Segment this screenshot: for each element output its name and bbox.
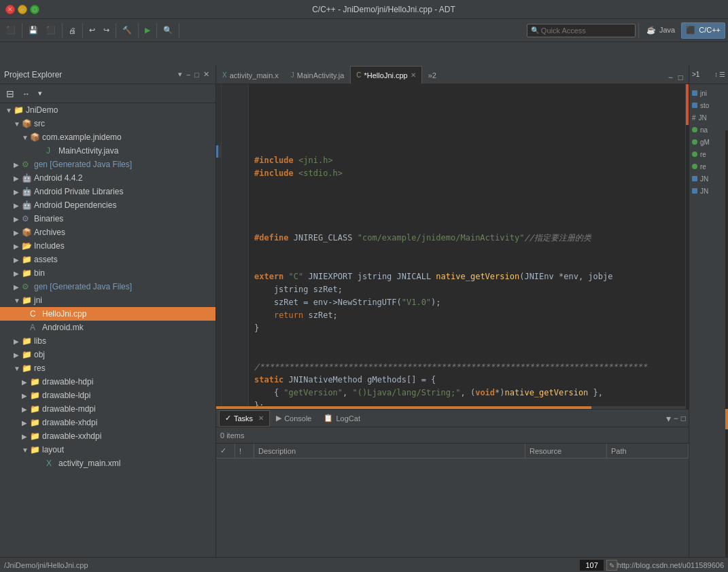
tree-arrow-obj: ▶ bbox=[14, 351, 22, 359]
project-explorer-minimize[interactable]: − bbox=[184, 69, 192, 80]
pe-menu[interactable]: ▾ bbox=[35, 85, 46, 103]
outline-item-gm[interactable]: gM bbox=[691, 136, 727, 148]
close-button[interactable]: ✕ bbox=[5, 5, 15, 14]
tree-arrow-binaries: ▶ bbox=[14, 215, 22, 223]
tasks-icon: ✓ bbox=[225, 414, 231, 423]
tab-overflow[interactable]: »2 bbox=[422, 66, 443, 84]
project-explorer-close[interactable]: ✕ bbox=[201, 69, 211, 80]
tree-item-drawable-hdpi[interactable]: ▶ 📁 drawable-hdpi bbox=[0, 375, 215, 389]
tree-item-bin[interactable]: ▶ 📁 bin bbox=[0, 266, 215, 280]
outline-item-jni[interactable]: jni bbox=[691, 87, 727, 99]
tree-item-androiddeps[interactable]: ▶ 🤖 Android Dependencies bbox=[0, 198, 215, 212]
tree-item-android442[interactable]: ▶ 🤖 Android 4.4.2 bbox=[0, 171, 215, 185]
tree-item-mainactivity[interactable]: J MainActivity.java bbox=[0, 144, 215, 158]
outline-item-re2[interactable]: re bbox=[691, 160, 727, 173]
toolbar-save[interactable]: 💾 bbox=[25, 22, 41, 39]
maximize-button[interactable]: □ bbox=[30, 5, 39, 14]
tab-mainactivity-icon: J bbox=[291, 71, 294, 79]
tree-item-jnidemo[interactable]: ▼ 📁 JniDemo bbox=[0, 103, 215, 117]
toolbar-search[interactable]: 🔍 bbox=[160, 22, 176, 39]
tree-item-assets[interactable]: ▶ 📁 assets bbox=[0, 253, 215, 266]
outline-filter[interactable]: ☰ bbox=[719, 71, 725, 78]
editor-code-content[interactable]: #include <jni.h> #include <stdio.h> #def… bbox=[249, 84, 689, 409]
tree-item-androidmk[interactable]: A Android.mk bbox=[0, 321, 215, 334]
outline-item-re1[interactable]: re bbox=[691, 148, 727, 160]
toolbar-sep-1 bbox=[22, 23, 22, 38]
minimize-button[interactable]: − bbox=[18, 5, 27, 14]
outline-item-na[interactable]: na bbox=[691, 124, 727, 136]
tab-hellojni-close[interactable]: ✕ bbox=[411, 71, 416, 79]
line-num bbox=[224, 310, 245, 322]
tab-console[interactable]: ▶ Console bbox=[270, 410, 317, 427]
tree-item-archives[interactable]: ▶ 📦 Archives bbox=[0, 226, 215, 239]
tree-item-drawable-ldpi[interactable]: ▶ 📁 drawable-ldpi bbox=[0, 389, 215, 402]
project-explorer-menu[interactable]: ▾ bbox=[176, 69, 184, 80]
tasks-items-count: 0 items bbox=[220, 431, 244, 440]
tree-item-drawable-xxhdpi[interactable]: ▶ 📁 drawable-xxhdpi bbox=[0, 429, 215, 443]
java-icon: ☕ bbox=[646, 26, 656, 34]
bottom-toolbar: 0 items bbox=[216, 427, 689, 444]
tree-item-obj[interactable]: ▶ 📁 obj bbox=[0, 348, 215, 361]
toolbar-print[interactable]: 🖨 bbox=[65, 22, 80, 39]
tree-item-res[interactable]: ▼ 📁 res bbox=[0, 361, 215, 375]
tree-item-jni[interactable]: ▼ 📁 jni bbox=[0, 293, 215, 307]
tree-arrow-androiddeps: ▶ bbox=[14, 202, 22, 209]
tab-mainactivity[interactable]: J MainActivity.ja bbox=[285, 66, 350, 84]
tree-item-layout[interactable]: ▼ 📁 layout bbox=[0, 443, 215, 457]
toolbar-build[interactable]: 🔨 bbox=[119, 22, 135, 39]
tree-item-src[interactable]: ▼ 📦 src bbox=[0, 117, 215, 130]
quickaccess-search-icon: 🔍 bbox=[531, 26, 539, 34]
tree-item-drawable-xhdpi[interactable]: ▶ 📁 drawable-xhdpi bbox=[0, 416, 215, 429]
tree-item-activitymainxml[interactable]: X activity_main.xml bbox=[0, 457, 215, 470]
tree-item-libs[interactable]: ▶ 📁 libs bbox=[0, 334, 215, 348]
toolbar-new[interactable]: ⬛ bbox=[3, 22, 19, 39]
tab-logcat[interactable]: 📋 LogCat bbox=[317, 410, 366, 427]
perspective-cpp[interactable]: ⬛ C/C++ bbox=[681, 22, 725, 39]
project-explorer-maximize[interactable]: □ bbox=[192, 69, 201, 80]
tree-item-androidprivate[interactable]: ▶ 🤖 Android Private Libraries bbox=[0, 185, 215, 198]
window-title: C/C++ - JniDemo/jni/HelloJni.cpp - ADT bbox=[45, 5, 723, 14]
tab-tasks[interactable]: ✓ Tasks ✕ bbox=[219, 410, 270, 427]
tree-item-gen[interactable]: ▶ ⚙ gen [Generated Java Files] bbox=[0, 158, 215, 171]
outline-item-jn2[interactable]: JN bbox=[691, 185, 727, 197]
tab-hellojni[interactable]: C *HelloJni.cpp ✕ bbox=[350, 66, 421, 84]
quickaccess-input[interactable] bbox=[527, 24, 636, 37]
tree-item-com[interactable]: ▼ 📦 com.example.jnidemo bbox=[0, 130, 215, 144]
tab-tasks-close[interactable]: ✕ bbox=[258, 414, 264, 422]
outline-item-sto[interactable]: sto bbox=[691, 99, 727, 111]
toolbar-redo[interactable]: ↪ bbox=[100, 22, 113, 39]
tree-item-binaries[interactable]: ▶ ⚙ Binaries bbox=[0, 212, 215, 226]
perspective-java[interactable]: ☕ Java bbox=[642, 22, 680, 39]
outline-sort[interactable]: ↕ bbox=[714, 71, 718, 78]
tasks-table-header: ✓ ! Description Resource Path bbox=[216, 444, 689, 459]
status-edit-icon[interactable]: ✎ bbox=[606, 560, 617, 571]
tree-item-includes[interactable]: ▶ 📂 Includes bbox=[0, 239, 215, 253]
xml-file-icon: X bbox=[46, 459, 57, 468]
bottom-panel-maximize[interactable]: □ bbox=[681, 414, 686, 423]
tab-activitymain[interactable]: X activity_main.x bbox=[216, 66, 285, 84]
line-num bbox=[224, 200, 245, 212]
editor-minimize[interactable]: − bbox=[665, 71, 676, 84]
tree-label-drawable-xhdpi: drawable-xhdpi bbox=[42, 418, 97, 427]
editor-maximize[interactable]: □ bbox=[676, 71, 686, 84]
tasks-col-path: Path bbox=[607, 444, 689, 458]
outline-item-jn-hash[interactable]: # JN bbox=[691, 111, 727, 124]
bottom-panel-dropdown[interactable]: ▾ bbox=[666, 413, 671, 424]
pe-collapse-all[interactable]: ⊟ bbox=[3, 85, 18, 103]
tree-item-gen2[interactable]: ▶ ⚙ gen [Generated Java Files] bbox=[0, 280, 215, 293]
pe-link-editor[interactable]: ↔ bbox=[19, 85, 33, 103]
editor-hscroll[interactable] bbox=[216, 406, 685, 409]
outline-icon-jn2 bbox=[692, 188, 697, 194]
tree-item-drawable-mdpi[interactable]: ▶ 📁 drawable-mdpi bbox=[0, 402, 215, 416]
bottom-panel-minimize[interactable]: − bbox=[674, 414, 678, 423]
outline-item-jn1[interactable]: JN bbox=[691, 173, 727, 185]
drawable-xhdpi-icon: 📁 bbox=[30, 418, 41, 427]
toolbar-run[interactable]: ▶ bbox=[141, 22, 154, 39]
tree-label-com: com.example.jnidemo bbox=[42, 132, 122, 142]
tree-item-hellojni[interactable]: C HelloJni.cpp bbox=[0, 307, 215, 321]
exclamation-sort-icon: ! bbox=[239, 447, 241, 455]
line-num bbox=[224, 102, 245, 114]
toolbar-saveall[interactable]: ⬛ bbox=[43, 22, 59, 39]
toolbar-undo[interactable]: ↩ bbox=[86, 22, 99, 39]
tree-arrow-libs: ▶ bbox=[14, 338, 22, 345]
